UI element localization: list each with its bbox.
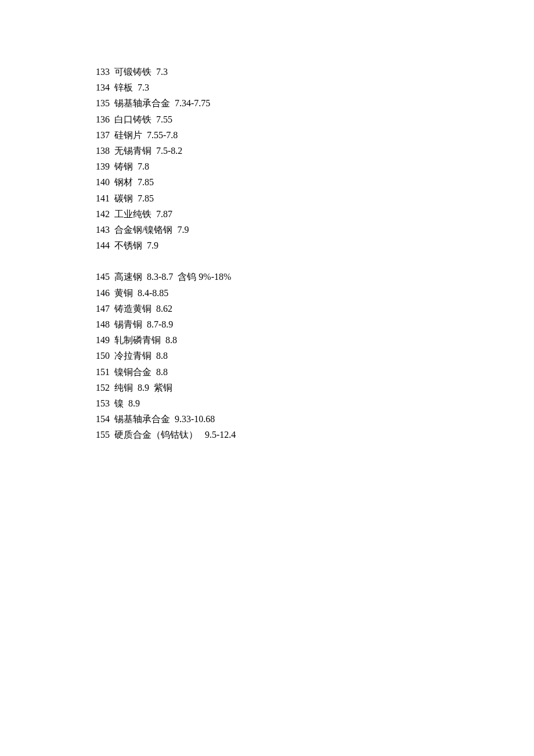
list-item: 137 硅钢片 7.55-7.8 [96, 127, 534, 143]
list-item: 136 白口铸铁 7.55 [96, 111, 534, 127]
list-item: 138 无锡青铜 7.5-8.2 [96, 143, 534, 159]
list-item: 153 镍 8.9 [96, 395, 534, 411]
list-item: 133 可锻铸铁 7.3 [96, 64, 534, 80]
list-item: 141 碳钢 7.85 [96, 190, 534, 206]
list-item: 146 黄铜 8.4-8.85 [96, 285, 534, 301]
list-item: 135 锡基轴承合金 7.34-7.75 [96, 95, 534, 111]
list-item: 144 不锈钢 7.9 [96, 237, 534, 253]
list-item: 150 冷拉青铜 8.8 [96, 348, 534, 363]
list-item: 151 镍铜合金 8.8 [96, 364, 534, 380]
list-item: 140 钢材 7.85 [96, 174, 534, 190]
list-item: 148 锡青铜 8.7-8.9 [96, 316, 534, 332]
list-item: 149 轧制磷青铜 8.8 [96, 332, 534, 348]
list-item: 139 铸钢 7.8 [96, 159, 534, 174]
material-list-block-2: 145 高速钢 8.3-8.7 含钨 9%-18%146 黄铜 8.4-8.85… [96, 269, 534, 442]
list-item: 152 纯铜 8.9 紫铜 [96, 380, 534, 395]
list-item: 155 硬质合金（钨钴钛） 9.5-12.4 [96, 427, 534, 442]
list-item: 142 工业纯铁 7.87 [96, 206, 534, 222]
material-list-block-1: 133 可锻铸铁 7.3134 锌板 7.3135 锡基轴承合金 7.34-7.… [96, 64, 534, 253]
list-item: 145 高速钢 8.3-8.7 含钨 9%-18% [96, 269, 534, 285]
blank-line [96, 253, 534, 269]
list-item: 134 锌板 7.3 [96, 80, 534, 95]
list-item: 143 合金钢/镍铬钢 7.9 [96, 222, 534, 237]
list-item: 147 铸造黄铜 8.62 [96, 301, 534, 316]
list-item: 154 锡基轴承合金 9.33-10.68 [96, 411, 534, 427]
